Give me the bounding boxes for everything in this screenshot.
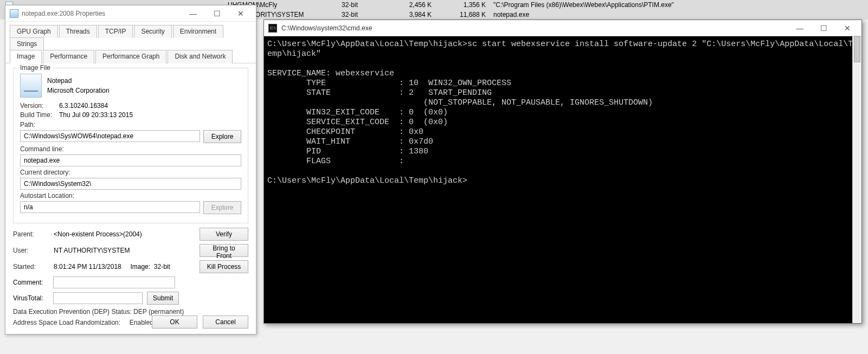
console-output[interactable]: C:\Users\McFly\AppData\Local\Temp\hijack… [264,36,861,323]
group-legend: Image File [18,64,53,72]
explore-path-button[interactable]: Explore [203,130,241,143]
minimize-button[interactable]: — [181,8,205,20]
ok-button[interactable]: OK [152,316,197,329]
image-file-group: Image File Notepad Microsoft Corporation… [13,68,248,223]
parent-value: <Non-existent Process>(2004) [54,230,200,238]
user-value: NT AUTHORITY\SYSTEM [54,247,200,254]
image-value: 32-bit [154,263,170,271]
comment-field[interactable] [53,276,175,288]
kill-process-button[interactable]: Kill Process [200,260,248,273]
titlebar[interactable]: C:\ C:\Windows\system32\cmd.exe — ☐ ✕ [264,20,861,36]
cmd-window: C:\ C:\Windows\system32\cmd.exe — ☐ ✕ C:… [263,20,862,324]
col-arch: 32-bit [342,10,385,20]
maximize-button[interactable]: ☐ [812,22,835,34]
tab-image[interactable]: Image [10,50,42,63]
virustotal-field[interactable] [53,292,143,304]
aslr-label: Address Space Load Randomization: [13,319,120,326]
tab-strings[interactable]: Strings [10,37,44,50]
curdir-label: Current directory: [20,169,241,176]
col-arch: 32-bit [342,0,385,10]
close-button[interactable]: ✕ [835,22,859,34]
close-button[interactable]: ✕ [229,8,253,20]
col-cmd: "C:\Program Files (x86)\Webex\Webex\Appl… [493,0,846,10]
comment-label: Comment: [13,279,49,286]
buildtime-value: Thu Jul 09 20:33:13 2015 [59,111,133,119]
tab-security[interactable]: Security [134,25,171,38]
autostart-field[interactable] [20,201,200,213]
cancel-button[interactable]: Cancel [203,316,248,329]
cmd-icon: C:\ [268,24,277,33]
image-panel: Image File Notepad Microsoft Corporation… [5,63,256,335]
verify-button[interactable]: Verify [200,228,248,241]
user-label: User: [13,247,54,254]
submit-button[interactable]: Submit [147,292,179,305]
dep-status: Data Execution Prevention (DEP) Status: … [13,308,248,316]
col-ws: 11,688 K [439,10,493,20]
col-private: 3,984 K [385,10,439,20]
tabs: GPU Graph Threads TCP/IP Security Enviro… [5,22,256,63]
image-label: Image: [130,263,150,271]
tab-tcpip[interactable]: TCP/IP [98,25,133,38]
parent-label: Parent: [13,230,54,238]
tab-performance-graph[interactable]: Performance Graph [95,50,166,63]
minimize-button[interactable]: — [788,22,812,34]
col-cmd: notepad.exe [493,10,846,20]
tab-environment[interactable]: Environment [173,25,223,38]
titlebar[interactable]: notepad.exe:2008 Properties — ☐ ✕ [5,5,256,22]
started-value: 8:01:24 PM 11/13/2018 Image: 32-bit [54,263,200,271]
window-title: notepad.exe:2008 Properties [22,10,181,17]
window-icon [10,9,18,18]
path-field[interactable] [20,130,200,142]
cmdline-field[interactable] [20,155,241,166]
tab-performance[interactable]: Performance [43,50,94,63]
version-value: 6.3.10240.16384 [59,102,108,110]
path-label: Path: [20,121,241,128]
scrollbar[interactable] [852,36,861,323]
company-name: Microsoft Corporation [47,87,110,94]
tab-gpu-graph[interactable]: GPU Graph [10,25,58,38]
version-label: Version: [20,102,59,110]
buildtime-label: Build Time: [20,111,59,119]
explore-autostart-button: Explore [203,201,241,214]
cmdline-label: Command line: [20,145,241,153]
maximize-button[interactable]: ☐ [205,8,229,20]
notepad-icon [20,74,42,98]
scrollbar-thumb[interactable] [854,36,860,62]
started-label: Started: [13,263,54,271]
product-name: Notepad [47,77,110,85]
col-ws: 1,356 K [439,0,493,10]
properties-dialog: notepad.exe:2008 Properties — ☐ ✕ GPU Gr… [5,5,256,334]
virustotal-label: VirusTotal: [13,294,49,302]
bring-to-front-button[interactable]: Bring to Front [200,244,248,257]
tab-disk-network[interactable]: Disk and Network [168,50,233,63]
autostart-label: Autostart Location: [20,192,241,199]
curdir-field[interactable] [20,178,241,190]
aslr-value: Enabled [130,319,153,326]
col-private: 2,456 K [385,0,439,10]
window-title: C:\Windows\system32\cmd.exe [281,24,788,32]
tab-threads[interactable]: Threads [59,25,97,38]
